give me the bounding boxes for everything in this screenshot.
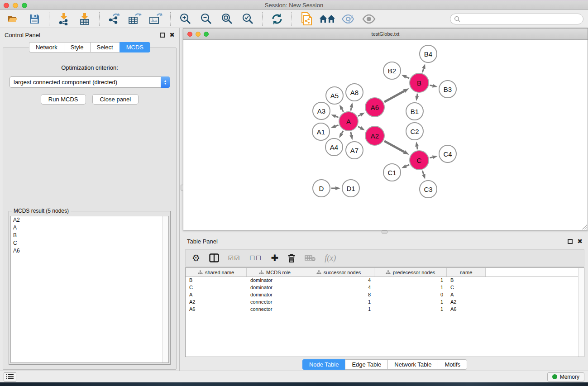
hide-graphics-details-icon bbox=[341, 14, 355, 24]
horizontal-scroll-thumb[interactable] bbox=[382, 230, 387, 234]
close-view-icon[interactable] bbox=[187, 32, 192, 37]
select-all-columns-button[interactable]: ☑☑ bbox=[228, 255, 240, 262]
tab-mcds[interactable]: MCDS bbox=[120, 42, 150, 52]
zoom-out-button[interactable] bbox=[197, 12, 215, 26]
tab-style[interactable]: Style bbox=[64, 42, 90, 52]
create-column-button[interactable]: ✚ bbox=[271, 253, 279, 263]
graph-node-D1[interactable]: D1 bbox=[342, 179, 360, 197]
save-session-button[interactable] bbox=[25, 12, 43, 26]
graph-node-D[interactable]: D bbox=[312, 179, 330, 197]
close-window-icon[interactable] bbox=[4, 3, 9, 8]
graph-node-A4[interactable]: A4 bbox=[325, 138, 343, 156]
split-table-button[interactable] bbox=[209, 253, 219, 262]
table-options-button[interactable]: ⚙ bbox=[192, 253, 200, 262]
vertical-scroll-thumb[interactable] bbox=[181, 185, 183, 191]
column-header-name[interactable]: name bbox=[447, 268, 486, 276]
result-item[interactable]: A6 bbox=[11, 247, 168, 255]
column-header-predecessor-nodes[interactable]: predecessor nodes bbox=[374, 268, 447, 276]
graph-node-C4[interactable]: C4 bbox=[439, 145, 457, 163]
eye-button[interactable] bbox=[360, 12, 378, 26]
node-label: C1 bbox=[387, 169, 396, 176]
graph-node-C2[interactable]: C2 bbox=[406, 122, 424, 140]
result-item[interactable]: B bbox=[11, 232, 168, 239]
table-row[interactable]: Adominator80A bbox=[186, 291, 584, 299]
result-scrollbar[interactable] bbox=[163, 216, 168, 362]
task-history-button[interactable] bbox=[4, 372, 16, 381]
delete-rows-button[interactable] bbox=[287, 253, 296, 263]
home-pages-button[interactable] bbox=[318, 12, 336, 26]
tab-node-table[interactable]: Node Table bbox=[302, 359, 345, 370]
import-table-button[interactable] bbox=[76, 12, 94, 26]
tab-edge-table[interactable]: Edge Table bbox=[345, 359, 387, 370]
hide-graphics-details-button[interactable] bbox=[339, 12, 357, 26]
graph-node-B[interactable]: B bbox=[409, 73, 429, 93]
graph-node-A6[interactable]: A6 bbox=[365, 97, 385, 117]
right-column: testGlobe.txt B4B2BB3A8A5A6A3B1AA1C2A2A4… bbox=[180, 28, 588, 371]
graph-node-B1[interactable]: B1 bbox=[406, 102, 424, 120]
graph-node-A[interactable]: A bbox=[339, 111, 359, 131]
graph-node-A3[interactable]: A3 bbox=[312, 102, 330, 120]
graph-node-A1[interactable]: A1 bbox=[312, 123, 330, 141]
tab-network-table[interactable]: Network Table bbox=[387, 359, 438, 370]
tab-network[interactable]: Network bbox=[29, 42, 64, 52]
graph-node-A7[interactable]: A7 bbox=[345, 141, 363, 159]
zoom-selected-button[interactable] bbox=[239, 12, 257, 26]
maximize-view-icon[interactable] bbox=[204, 32, 209, 37]
table-cell: dominator bbox=[247, 277, 303, 284]
column-header-label: shared name bbox=[205, 270, 234, 275]
network-canvas[interactable]: B4B2BB3A8A5A6A3B1AA1C2A2A4A7C4CC1C3DD1 bbox=[183, 40, 588, 230]
unselect-all-columns-button[interactable]: ☐☐ bbox=[249, 255, 262, 262]
float-table-panel-icon[interactable] bbox=[568, 239, 573, 244]
criterion-dropdown[interactable]: largest connected component (directed) ▲… bbox=[10, 76, 170, 88]
function-builder-button[interactable]: f(x) bbox=[325, 253, 336, 263]
graph-node-B3[interactable]: B3 bbox=[439, 80, 457, 98]
delete-column-button[interactable] bbox=[305, 254, 316, 262]
graph-node-B4[interactable]: B4 bbox=[419, 45, 437, 63]
import-network-button[interactable] bbox=[55, 12, 73, 26]
export-table-button[interactable] bbox=[126, 12, 144, 26]
duplicate-network-button[interactable] bbox=[297, 12, 316, 26]
close-panel-icon[interactable]: ✖ bbox=[169, 33, 175, 38]
result-item[interactable]: A bbox=[11, 224, 168, 232]
minimize-window-icon[interactable] bbox=[13, 3, 18, 8]
column-header-successor-nodes[interactable]: successor nodes bbox=[303, 268, 374, 276]
export-network-button[interactable] bbox=[105, 12, 123, 26]
window-title: Session: New Session bbox=[265, 2, 323, 9]
zoom-fit-button[interactable] bbox=[218, 12, 236, 26]
graph-node-B2[interactable]: B2 bbox=[383, 62, 401, 80]
close-panel-button[interactable]: Close panel bbox=[92, 94, 139, 105]
column-header-MCDS-role[interactable]: MCDS role bbox=[247, 268, 303, 276]
graph-node-A2[interactable]: A2 bbox=[365, 126, 385, 146]
search-field[interactable] bbox=[450, 14, 583, 24]
graph-node-C[interactable]: C bbox=[409, 150, 429, 170]
tab-motifs[interactable]: Motifs bbox=[438, 359, 467, 370]
minimize-view-icon[interactable] bbox=[196, 32, 201, 37]
tab-select[interactable]: Select bbox=[90, 42, 120, 52]
table-row[interactable]: A6connector11A6 bbox=[186, 306, 584, 313]
run-mcds-button[interactable]: Run MCDS bbox=[41, 94, 86, 105]
graph-node-A8[interactable]: A8 bbox=[345, 83, 363, 101]
result-item[interactable]: C bbox=[11, 239, 168, 247]
float-panel-icon[interactable] bbox=[160, 33, 165, 38]
table-scrollbar[interactable] bbox=[578, 268, 584, 357]
network-window-titlebar[interactable]: testGlobe.txt bbox=[183, 29, 588, 40]
table-cell: connector bbox=[247, 299, 303, 306]
maximize-window-icon[interactable] bbox=[22, 3, 27, 8]
close-table-panel-icon[interactable]: ✖ bbox=[577, 239, 583, 244]
search-input[interactable] bbox=[463, 16, 579, 22]
table-row[interactable]: Bdominator41B bbox=[186, 277, 584, 284]
result-item[interactable]: A2 bbox=[11, 216, 168, 224]
table-row[interactable]: A2connector11A2 bbox=[186, 299, 584, 306]
graph-node-A5[interactable]: A5 bbox=[325, 86, 344, 105]
graph-node-C1[interactable]: C1 bbox=[383, 163, 401, 181]
column-header-shared-name[interactable]: shared name bbox=[186, 268, 247, 276]
graph-node-C3[interactable]: C3 bbox=[419, 180, 437, 198]
open-session-button[interactable] bbox=[5, 12, 23, 26]
mcds-result-list[interactable]: A2ABCA6 bbox=[10, 216, 169, 363]
table-row[interactable]: Cdominator41C bbox=[186, 284, 584, 291]
zoom-in-button[interactable] bbox=[176, 12, 194, 26]
refresh-button[interactable] bbox=[268, 12, 286, 26]
export-image-button[interactable] bbox=[147, 12, 165, 26]
memory-button[interactable]: Memory bbox=[547, 372, 584, 381]
resize-grip-icon[interactable] bbox=[582, 224, 587, 229]
